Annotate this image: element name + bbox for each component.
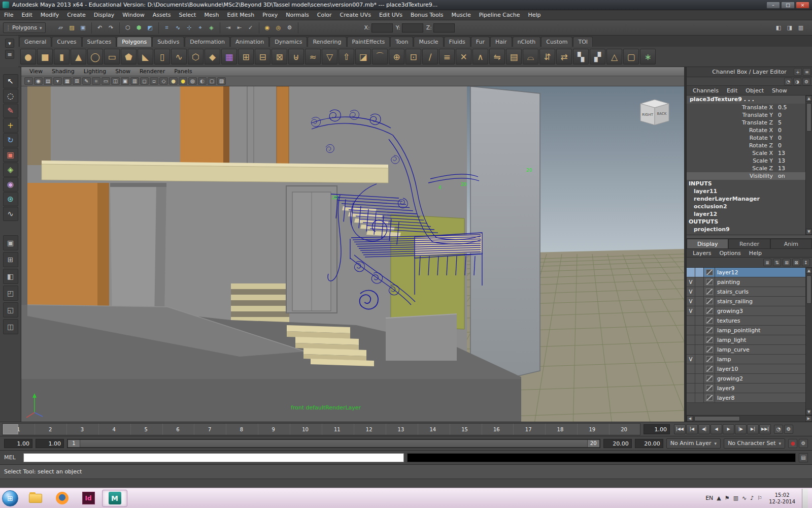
start-button[interactable]: ⊞ <box>2 490 18 506</box>
frame-tick-5[interactable]: 5 <box>130 424 162 435</box>
layer-row-layer12[interactable]: layer12 <box>687 268 805 277</box>
stairs-curls-color-swatch[interactable] <box>704 287 715 296</box>
menu-set-selector[interactable]: ┊ Polygons ▾ <box>3 22 46 33</box>
safe-title-icon[interactable]: ▫ <box>150 77 158 85</box>
scene-canvas[interactable]: RIGHT BACK front defaultRenderLayer 2020… <box>21 86 684 422</box>
merge-vertices-icon[interactable]: ⊕ <box>389 49 404 65</box>
film-gate-icon[interactable]: ▭ <box>101 77 110 85</box>
menu-mesh[interactable]: Mesh <box>200 10 223 20</box>
layer-row-layer10[interactable]: layer10 <box>687 364 805 374</box>
snap-point-icon[interactable]: ⊹ <box>184 22 195 34</box>
poly-torus-icon[interactable]: ◯ <box>87 49 103 65</box>
select-object-icon[interactable]: ⬢ <box>133 22 145 34</box>
layer-editor-tab-render[interactable]: Render <box>728 239 770 249</box>
channel-value-translate-x[interactable]: 0.5 <box>776 104 805 111</box>
layer8-visibility-toggle[interactable] <box>687 393 695 402</box>
menu-help[interactable]: Help <box>524 10 545 20</box>
shelf-tab-polygons[interactable]: Polygons <box>117 37 152 47</box>
animation-preferences-icon[interactable]: ⚙ <box>784 425 793 434</box>
language-indicator[interactable]: EN <box>705 495 713 501</box>
channel-box-scrollbar[interactable]: ▲ ▼ <box>805 96 812 235</box>
maximize-button[interactable]: □ <box>781 2 795 9</box>
explorer-taskbar-button[interactable] <box>23 490 48 507</box>
animation-start-field[interactable]: 1.00 <box>4 439 32 448</box>
snap-curve-icon[interactable]: ∿ <box>173 22 184 34</box>
extract-icon[interactable]: ⊠ <box>272 49 287 65</box>
poly-soccer-ball-icon[interactable]: ⬡ <box>188 49 204 65</box>
crease-icon[interactable]: ∧ <box>472 49 488 65</box>
scroll-up-icon[interactable]: ▲ <box>806 268 812 274</box>
layer8-color-swatch[interactable] <box>704 393 715 402</box>
firefox-taskbar-button[interactable] <box>49 490 75 507</box>
menu-create[interactable]: Create <box>63 10 90 20</box>
stairs-curls-display-toggle[interactable] <box>695 287 704 296</box>
shelf-tab-curves[interactable]: Curves <box>52 37 81 47</box>
poly-cylinder-icon[interactable]: ▮ <box>54 49 70 65</box>
custom-layout-icon[interactable]: ◫ <box>3 319 18 334</box>
layer-list-mode-icon[interactable]: ≣ <box>763 259 771 266</box>
frame-tick-6[interactable]: 6 <box>162 424 194 435</box>
menu-edit-mesh[interactable]: Edit Mesh <box>223 10 258 20</box>
layer-list-scrollbar[interactable]: ▲ ▼ <box>805 268 812 415</box>
scene-open-icon[interactable]: ▨ <box>66 22 78 34</box>
persp-outliner-layout-icon[interactable]: ◧ <box>3 269 18 284</box>
taskbar-clock[interactable]: 15:02 12-2-2014 <box>766 492 798 505</box>
layer-editor-menu-options[interactable]: Options <box>715 249 745 258</box>
poly-plane-icon[interactable]: ▭ <box>104 49 120 65</box>
playback-range-bar[interactable]: 1 20 <box>67 439 600 448</box>
poly-sphere-icon[interactable]: ● <box>20 49 36 65</box>
redo-icon[interactable]: ↷ <box>106 22 117 34</box>
shelf-tab-animation[interactable]: Animation <box>230 37 269 47</box>
channel-settings-icon[interactable]: ⚙ <box>802 78 810 85</box>
shelf-tab-muscle[interactable]: Muscle <box>414 37 443 47</box>
current-time-marker[interactable] <box>3 424 18 434</box>
paint-effects-icon[interactable]: ∗ <box>640 49 656 65</box>
last-tool-icon[interactable]: ∿ <box>3 207 18 221</box>
growing3-visibility-toggle[interactable]: V <box>687 306 695 315</box>
layer-row-layer8[interactable]: layer8 <box>687 393 805 403</box>
channel-value-scale-z[interactable]: 13 <box>776 165 805 172</box>
insert-edge-loop-icon[interactable]: ≡ <box>439 49 455 65</box>
command-line-language-toggle[interactable]: MEL <box>4 454 20 461</box>
layer-row-layer9[interactable]: layer9 <box>687 384 805 393</box>
menu-modify[interactable]: Modify <box>37 10 63 20</box>
layer10-visibility-toggle[interactable] <box>687 364 695 373</box>
scroll-left-icon[interactable]: ◀ <box>687 416 693 422</box>
scroll-track[interactable] <box>806 102 812 229</box>
quad-draw-icon[interactable]: ▤ <box>506 49 522 65</box>
frame-tick-9[interactable]: 9 <box>257 424 289 435</box>
bridge-icon[interactable]: ⌒ <box>372 49 388 65</box>
reduce-icon[interactable]: ▽ <box>322 49 337 65</box>
poly-pipe-icon[interactable]: ▯ <box>154 49 170 65</box>
transfer-attributes-icon[interactable]: ⇄ <box>556 49 572 65</box>
layer-editor-tab-display[interactable]: Display <box>687 239 728 249</box>
viewport-menu-shading[interactable]: Shading <box>48 68 79 75</box>
network-icon[interactable]: ∿ <box>742 495 747 501</box>
lamp-pointlight-visibility-toggle[interactable] <box>687 326 695 335</box>
shelf-tab-toi[interactable]: TOI <box>573 37 593 47</box>
scroll-down-icon[interactable]: ▼ <box>806 409 812 415</box>
menu-edit-uvs[interactable]: Edit UVs <box>375 10 407 20</box>
auto-keyframe-toggle-icon[interactable]: ● <box>788 439 797 448</box>
painting-visibility-toggle[interactable]: V <box>687 277 695 287</box>
viewport-3d-scene[interactable]: RIGHT BACK front defaultRenderLayer 2020… <box>21 86 684 422</box>
layer-row-textures[interactable]: textures <box>687 316 805 326</box>
lasso-tool-icon[interactable]: ◌ <box>3 89 18 103</box>
stairs-railing-display-toggle[interactable] <box>695 297 704 306</box>
poly-pyramid-icon[interactable]: ◣ <box>138 49 153 65</box>
lamp-pointlight-color-swatch[interactable] <box>704 326 715 335</box>
ipr-render-icon[interactable]: ◎ <box>273 22 284 34</box>
growing2-visibility-toggle[interactable] <box>687 374 695 383</box>
rotate-tool-icon[interactable]: ↻ <box>3 133 18 147</box>
scroll-track[interactable] <box>693 416 805 422</box>
shelf-menu-icon[interactable]: ≡ <box>5 50 14 59</box>
channel-value-rotate-z[interactable]: 0 <box>776 142 805 149</box>
scroll-up-icon[interactable]: ▲ <box>806 96 812 102</box>
command-line-result-field[interactable] <box>407 453 796 462</box>
layer-row-lamp[interactable]: Vlamp <box>687 355 805 364</box>
soft-modification-tool-icon[interactable]: ◉ <box>3 177 18 192</box>
field-chart-icon[interactable]: ▥ <box>130 77 139 85</box>
lamp-color-swatch[interactable] <box>704 355 715 364</box>
go-to-range-end-button[interactable]: ▶▶| <box>759 424 771 434</box>
poly-cone-icon[interactable]: ▲ <box>71 49 86 65</box>
